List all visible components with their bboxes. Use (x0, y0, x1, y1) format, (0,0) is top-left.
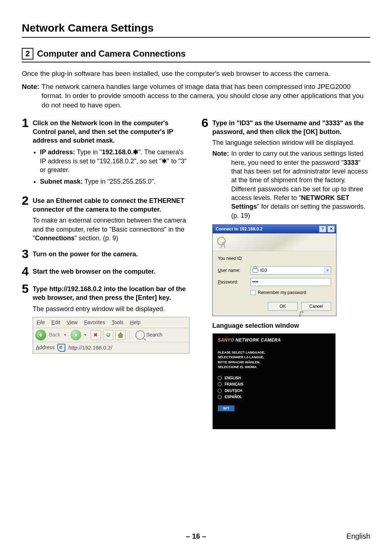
remember-password-row[interactable]: Remember my password (250, 290, 331, 295)
menu-file[interactable]: File (37, 319, 45, 326)
language-prompts: PLEASE SELECT LANGUAGE. SÉLECTIONNER LA … (218, 350, 330, 370)
footer-language: English (346, 532, 370, 540)
note-text: The network camera handles large volumes… (42, 82, 370, 110)
chevron-down-icon[interactable]: ▼ (83, 332, 87, 338)
radio-icon (218, 389, 222, 393)
browser-menubar: File Edit View Favorites Tools Help (33, 317, 189, 328)
set-button[interactable]: SET (218, 405, 234, 411)
left-column: 1 Click on the Network icon in the compu… (22, 117, 191, 434)
menu-favorites[interactable]: Favorites (84, 319, 105, 326)
help-icon[interactable]: ? (319, 226, 326, 232)
menu-tools[interactable]: Tools (111, 319, 123, 326)
address-label: Address (36, 344, 54, 351)
step-number: 3 (22, 248, 33, 260)
dialog-titlebar: Connect to 192.168.0.2 ? ✕ (213, 225, 336, 233)
radio-icon (218, 395, 222, 399)
step-number: 1 (22, 117, 33, 189)
password-label: Password: (218, 279, 250, 285)
two-column-body: 1 Click on the Network icon in the compu… (22, 117, 370, 434)
step-heading: Use an Ethernet cable to connect the ETH… (33, 196, 191, 214)
browser-toolbar: Back ▼ ▼ ✖ (33, 328, 189, 342)
stop-icon[interactable]: ✖ (91, 330, 101, 340)
step-1: 1 Click on the Network icon in the compu… (22, 117, 191, 189)
username-value: ID3 (260, 268, 267, 273)
step-2: 2 Use an Ethernet cable to connect the E… (22, 194, 191, 242)
step-desc: To make an external connection between t… (33, 216, 191, 242)
forward-icon[interactable] (70, 330, 81, 340)
close-icon[interactable]: ✕ (327, 226, 335, 232)
step-5: 5 Type http://192.168.0.2 into the locat… (22, 282, 191, 354)
lang-option-deutsch[interactable]: DEUTSCH (218, 388, 330, 393)
chevron-down-icon[interactable]: ▾ (324, 267, 330, 274)
address-bar: Address http://192.168.0.2/ (33, 342, 189, 353)
auth-dialog-mock: Connect to 192.168.0.2 ? ✕ You need ID (212, 224, 336, 316)
step-3: 3 Turn on the power for the camera. (22, 248, 191, 260)
radio-icon (218, 382, 222, 386)
search-button[interactable]: Search (135, 330, 162, 340)
step-desc: The language selection window will be di… (212, 138, 370, 147)
browser-window-mock: File Edit View Favorites Tools Help Back… (33, 317, 189, 354)
username-label: User name: (218, 268, 250, 273)
dialog-banner (213, 233, 336, 251)
step-heading: Click on the Network icon in the compute… (33, 119, 191, 145)
step-number: 6 (201, 117, 212, 429)
back-icon[interactable] (35, 330, 46, 340)
subnet-mask-bullet: Subnet mask: Type in "255.255.255.0". (40, 177, 191, 186)
checkbox-icon[interactable] (250, 290, 256, 295)
ie-icon (57, 344, 65, 352)
remember-label: Remember my password (258, 290, 306, 295)
section-title: Computer and Camera Connections (37, 49, 185, 59)
lang-option-english[interactable]: ENGLISH (218, 376, 330, 381)
back-label[interactable]: Back (49, 331, 60, 338)
home-icon[interactable] (115, 330, 126, 340)
ok-button[interactable]: OK (268, 302, 298, 311)
step-number: 4 (22, 265, 33, 277)
step-note: Note: In order to carry out the various … (212, 149, 370, 220)
section-header: 2 Computer and Camera Connections (22, 48, 370, 62)
username-field[interactable]: ID3 ▾ (250, 266, 331, 274)
language-window-caption: Language selection window (212, 321, 370, 330)
step-number: 5 (22, 282, 33, 354)
note-label: Note: (212, 149, 229, 220)
search-label: Search (146, 331, 162, 338)
refresh-icon[interactable] (103, 330, 113, 340)
cancel-button[interactable]: Cancel (301, 302, 331, 311)
keys-icon (216, 236, 229, 248)
step-number: 2 (22, 194, 33, 242)
menu-view[interactable]: View (67, 319, 78, 326)
dialog-title: Connect to 192.168.0.2 (216, 226, 262, 232)
menu-help[interactable]: Help (130, 319, 140, 326)
top-note: Note: The network camera handles large v… (22, 82, 370, 110)
page-number: – 16 – (186, 532, 206, 540)
intro-text: Once the plug-in software has been insta… (22, 69, 370, 78)
brand-label: SANYO NETWORK CAMERA (218, 337, 330, 343)
right-column: 6 Type in "ID3" as the Username and "333… (201, 117, 370, 434)
note-text: In order to carry out the various settin… (231, 149, 370, 220)
lang-option-espanol[interactable]: ESPAÑOL (218, 395, 330, 400)
step-desc: The password entry window will be displa… (33, 305, 191, 313)
lang-option-francais[interactable]: FRANÇAIS (218, 382, 330, 387)
section-number-box: 2 (22, 48, 33, 60)
password-value: •••• (252, 279, 258, 285)
page-footer: – 16 – English (22, 532, 370, 540)
menu-edit[interactable]: Edit (52, 319, 60, 326)
language-window-mock: SANYO NETWORK CAMERA PLEASE SELECT LANGU… (212, 333, 336, 429)
step-4: 4 Start the web browser on the computer. (22, 265, 191, 277)
page-title: Network Camera Settings (22, 22, 370, 38)
step-heading: Start the web browser on the computer. (33, 267, 191, 276)
step-6: 6 Type in "ID3" as the Username and "333… (201, 117, 370, 429)
language-options: ENGLISH FRANÇAIS DEUTSCH ESPAÑOL (218, 376, 330, 400)
password-field[interactable]: •••• (250, 278, 331, 286)
ip-address-bullet: IP address: Type in "192.168.0.✱". The c… (40, 148, 191, 174)
address-url[interactable]: http://192.168.0.2/ (68, 344, 112, 351)
credential-icon (252, 268, 258, 273)
radio-icon (218, 376, 222, 380)
note-label: Note: (22, 82, 40, 110)
step-heading: Turn on the power for the camera. (33, 250, 191, 258)
step-heading: Type in "ID3" as the Username and "3333"… (212, 119, 370, 136)
step-heading: Type http://192.168.0.2 into the locatio… (33, 285, 191, 302)
dialog-prompt: You need ID (218, 256, 331, 261)
search-icon (135, 330, 145, 340)
chevron-down-icon[interactable]: ▼ (63, 332, 67, 338)
